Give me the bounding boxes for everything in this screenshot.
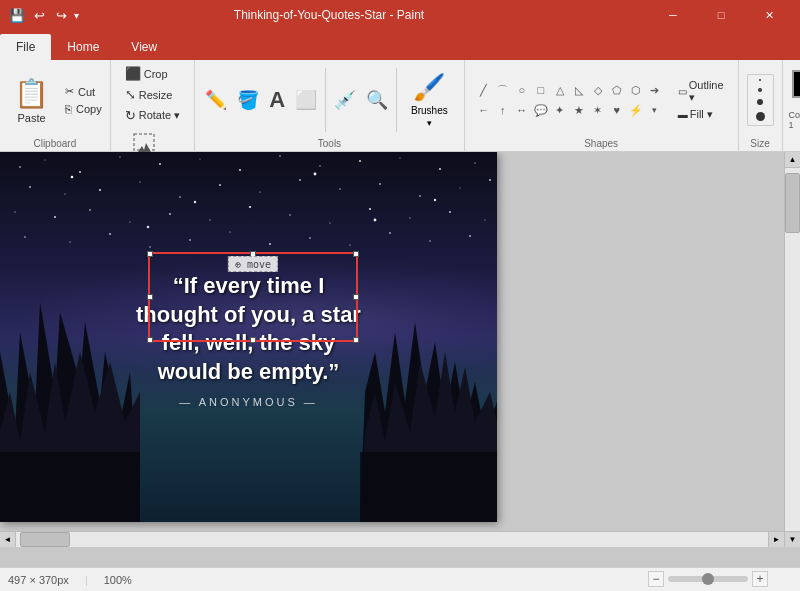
svg-rect-63 (0, 452, 140, 522)
svg-point-21 (259, 191, 260, 192)
zoom-out-button[interactable]: − (648, 571, 664, 587)
zoom-in-button[interactable]: + (752, 571, 768, 587)
pencil-button[interactable]: ✏️ (201, 85, 231, 115)
svg-point-26 (459, 187, 460, 188)
size-dot-1[interactable] (759, 79, 761, 81)
undo-qa-btn[interactable]: ↩ (30, 6, 48, 24)
maximize-button[interactable]: □ (698, 0, 744, 30)
scroll-v-up[interactable]: ▲ (785, 152, 800, 168)
redo-qa-btn[interactable]: ↪ (52, 6, 70, 24)
scroll-h-thumb[interactable] (20, 532, 70, 547)
size-dot-3[interactable] (757, 99, 763, 105)
brushes-button[interactable]: 🖌️ Brushes ▾ (401, 68, 458, 132)
canvas-dimensions: 497 × 370px (8, 574, 69, 586)
resize-label: Resize (139, 89, 173, 101)
save-qa-btn[interactable]: 💾 (8, 6, 26, 24)
text-tool-button[interactable]: A (265, 83, 289, 117)
svg-point-23 (339, 188, 340, 189)
rotate-button[interactable]: ↻ Rotate ▾ (119, 106, 186, 125)
crop-button[interactable]: ⬛ Crop (119, 64, 174, 83)
paste-button[interactable]: 📋 Paste (4, 64, 59, 136)
close-button[interactable]: ✕ (746, 0, 792, 30)
svg-rect-64 (360, 452, 497, 522)
scroll-h-left[interactable]: ◄ (0, 532, 16, 547)
shape-curve[interactable]: ⌒ (494, 81, 512, 99)
cut-button[interactable]: ✂ Cut (61, 83, 106, 100)
tools-content: ✏️ 🪣 A ⬜ 💉 (201, 64, 458, 136)
clipboard-content: 📋 Paste ✂ Cut ⎘ Copy (4, 64, 106, 136)
ribbon: 📋 Paste ✂ Cut ⎘ Copy Clipboard (0, 60, 800, 152)
paint-canvas[interactable]: “If every time I thought of you, a star … (0, 152, 497, 522)
zoom-slider[interactable] (668, 576, 748, 582)
svg-point-3 (44, 159, 45, 160)
size-dot-4[interactable] (756, 112, 765, 121)
color1-swatch[interactable] (792, 70, 800, 98)
shape-star4[interactable]: ✦ (551, 101, 569, 119)
dropdown-qa-btn[interactable]: ▾ (74, 10, 79, 21)
size-dot-2[interactable] (758, 88, 762, 92)
shape-rtriangle[interactable]: ◺ (570, 81, 588, 99)
scroll-v-down[interactable]: ▼ (785, 531, 800, 547)
minimize-button[interactable]: ─ (650, 0, 696, 30)
clipboard-small-btns: ✂ Cut ⎘ Copy (61, 64, 106, 136)
shapes-more[interactable]: ▾ (646, 101, 664, 119)
colors-content: Color1 Color2 (789, 64, 800, 136)
outline-button[interactable]: ▭ Outline ▾ (674, 78, 728, 105)
shape-pentagon[interactable]: ⬠ (608, 81, 626, 99)
svg-point-16 (64, 193, 65, 194)
zoom-thumb[interactable] (702, 573, 714, 585)
fill-tool-button[interactable]: 🪣 (233, 85, 263, 115)
shape-diamond[interactable]: ◇ (589, 81, 607, 99)
svg-point-52 (469, 235, 471, 237)
shape-oval[interactable]: ○ (513, 81, 531, 99)
shape-triangle[interactable]: △ (551, 81, 569, 99)
svg-point-39 (449, 211, 451, 213)
outline-icon: ▭ (678, 86, 687, 97)
svg-point-13 (439, 168, 441, 170)
svg-point-28 (14, 211, 15, 212)
magnify-button[interactable]: 🔍 (362, 85, 392, 115)
shape-arrow-u[interactable]: ↑ (494, 101, 512, 119)
svg-point-15 (29, 186, 31, 188)
dimensions-label: 497 × 370px (8, 574, 69, 586)
svg-point-45 (189, 239, 191, 241)
clipboard-label: Clipboard (4, 136, 106, 151)
shapes-content: ╱ ⌒ ○ □ △ ◺ ◇ ⬠ ⬡ ➔ ← ↑ ↔ (471, 64, 732, 136)
size-content (747, 64, 774, 136)
eraser-button[interactable]: ⬜ (291, 85, 321, 115)
shape-rect[interactable]: □ (532, 81, 550, 99)
horizontal-scrollbar[interactable]: ◄ ► (0, 531, 784, 547)
scroll-h-right[interactable]: ► (768, 532, 784, 547)
shape-arrow-4[interactable]: ↔ (513, 101, 531, 119)
brushes-arrow: ▾ (427, 118, 432, 128)
shape-line[interactable]: ╱ (475, 81, 493, 99)
quote-line2: thought of you, a star (79, 300, 419, 329)
shape-lightning[interactable]: ⚡ (627, 101, 645, 119)
tab-file[interactable]: File (0, 34, 51, 60)
window-controls: ─ □ ✕ (650, 0, 792, 30)
fill-button[interactable]: ▬ Fill ▾ (674, 107, 728, 122)
shape-arrow-r[interactable]: ➔ (646, 81, 664, 99)
shape-hex[interactable]: ⬡ (627, 81, 645, 99)
svg-point-9 (279, 155, 280, 156)
zoom-value: 100% (104, 574, 132, 586)
shape-arrow-l[interactable]: ← (475, 101, 493, 119)
status-bar: 497 × 370px | 100% − + (0, 567, 800, 591)
quote-line3: fell, well, the sky (79, 329, 419, 358)
copy-icon: ⎘ (65, 103, 72, 115)
shape-star6[interactable]: ✶ (589, 101, 607, 119)
tab-home[interactable]: Home (51, 34, 115, 60)
shape-star5[interactable]: ★ (570, 101, 588, 119)
vertical-scrollbar[interactable]: ▲ ▼ (784, 152, 800, 547)
tab-view[interactable]: View (115, 34, 173, 60)
svg-point-35 (289, 214, 291, 216)
color-picker-button[interactable]: 💉 (330, 85, 360, 115)
shape-heart[interactable]: ♥ (608, 101, 626, 119)
shape-callout[interactable]: 💬 (532, 101, 550, 119)
svg-point-57 (147, 226, 150, 229)
resize-button[interactable]: ⤡ Resize (119, 85, 179, 104)
scroll-v-thumb[interactable] (785, 173, 800, 233)
copy-button[interactable]: ⎘ Copy (61, 101, 106, 117)
svg-point-6 (159, 163, 161, 165)
main-area: “If every time I thought of you, a star … (0, 152, 800, 567)
